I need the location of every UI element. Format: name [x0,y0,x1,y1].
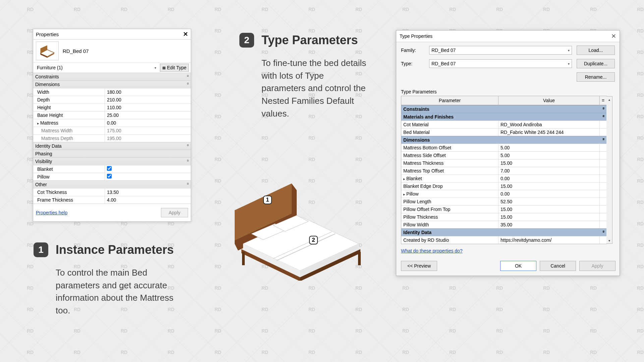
tp-value[interactable]: RD_Fabric White 245 244 244 [499,129,600,136]
tp-value[interactable]: 0.00 [499,190,600,198]
param-name-height: Height [33,104,105,111]
tp-name: Cot Material [401,121,499,128]
properties-info-link[interactable]: What do these properties do? [396,244,620,258]
type-properties-dialog: Type Properties ✕ Family: RD_Bed 07 ▾ Lo… [396,30,620,276]
family-select[interactable]: RD_Bed 07 ▾ [429,46,572,55]
tp-name[interactable]: Pillow [401,190,499,198]
type-label: Type: [401,61,424,66]
column-equals: = [600,96,606,105]
column-value: Value [499,96,600,105]
chevron-down-icon: ▾ [568,49,570,52]
tp-value[interactable]: 35.00 [499,221,600,228]
item-name: RD_Bed 07 [63,48,89,54]
group-dimensions[interactable]: Dimensions¤ [401,136,606,144]
duplicate-button[interactable]: Duplicate... [577,59,615,68]
tp-name: Pillow Offset From Top [401,206,499,213]
tp-value[interactable]: 15.00 [499,183,600,190]
type-parameters-label: Type Parameters [396,87,620,96]
apply-button[interactable]: Apply [579,261,616,271]
callout-badge-2: 2 [239,33,254,48]
bed-illustration: 1 2 [225,170,369,281]
svg-rect-13 [358,252,361,265]
tp-name[interactable]: Blanket [401,175,499,182]
blanket-checkbox[interactable] [107,166,112,171]
param-name-frame-thickness: Frame Thickness [33,196,105,204]
param-name-mattress[interactable]: Mattress [33,119,105,127]
param-value-mattress-width: 175.00 [105,127,191,134]
type-grid-scrollbar[interactable]: ▴ ▾ [606,96,612,244]
properties-help-link[interactable]: Properties help [36,210,67,215]
expand-icon: ¤ [187,82,189,87]
tp-value[interactable]: 15.00 [499,213,600,221]
expand-icon: ¤ [187,182,189,187]
properties-filter-row: Furniture (1) ▾ ▦ Edit Type [33,62,191,73]
group-dimensions[interactable]: Dimensions¤ [33,80,191,88]
callout-badge-1: 1 [34,242,48,257]
param-value-base-height[interactable]: 25.00 [105,112,191,119]
tp-value[interactable]: 0.00 [499,175,600,182]
ok-button[interactable]: OK [500,261,536,271]
apply-button[interactable]: Apply [161,208,188,217]
expand-icon: ¤ [187,143,189,149]
chevron-down-icon: ▾ [568,62,570,66]
tp-value[interactable]: 15.00 [499,206,600,213]
param-name-depth: Depth [33,96,105,103]
tp-value[interactable]: 7.00 [499,167,600,174]
preview-button[interactable]: << Preview [401,261,437,271]
cancel-button[interactable]: Cancel [540,261,576,271]
group-constraints[interactable]: Constraints¤ [401,105,606,113]
edit-type-label: Edit Type [167,65,186,70]
properties-thumbnail-row: RD_Bed 07 [33,40,191,62]
tp-value[interactable]: 5.00 [499,144,600,151]
param-name-mattress-width: Mattress Width [33,127,105,134]
item-thumbnail [36,42,59,60]
rename-button[interactable]: Rename... [577,72,615,82]
callout-type-parameters: 2 Type Parameters To fine-tune the bed d… [239,33,367,120]
group-phasing-label: Phasing [35,151,52,156]
tp-value[interactable]: RD_Wood Andiroba [499,121,600,128]
expand-icon: ¤ [602,230,604,235]
group-other[interactable]: Other¤ [33,180,191,188]
close-icon[interactable]: ✕ [183,30,188,38]
column-parameter: Parameter [401,96,499,105]
param-value-depth[interactable]: 210.00 [105,96,191,103]
close-icon[interactable]: ✕ [611,32,616,40]
chevron-down-icon: ▾ [155,66,156,70]
scroll-up-icon[interactable]: ▴ [606,96,612,102]
group-visibility[interactable]: Visibility¤ [33,157,191,165]
pillow-checkbox[interactable] [107,174,112,178]
category-select[interactable]: Furniture (1) ▾ [35,64,158,71]
bed-badge-1: 1 [263,196,272,204]
param-value-mattress[interactable]: 0.00 [105,119,191,127]
edit-type-button[interactable]: ▦ Edit Type [160,64,189,72]
type-dialog-footer: << Preview OK Cancel Apply [396,258,620,276]
scroll-down-icon[interactable]: ▾ [606,237,612,243]
group-materials[interactable]: Materials and Finishes¤ [401,113,606,121]
param-name-blanket: Blanket [33,165,105,173]
group-identity[interactable]: Identity Data¤ [33,142,191,150]
param-value-cot-thickness[interactable]: 13.50 [105,189,191,196]
group-phasing[interactable]: Phasing [33,150,191,157]
param-value-pillow[interactable] [105,173,191,180]
param-name-cot-thickness: Cot Thickness [33,189,105,196]
group-identity[interactable]: Identity Data¤ [401,228,606,236]
tp-value[interactable]: https://revitdynamo.com/ [499,236,600,244]
tp-value[interactable]: 15.00 [499,159,600,167]
param-value-width[interactable]: 180.00 [105,88,191,96]
tp-value[interactable]: 5.00 [499,152,600,159]
edit-type-icon: ▦ [162,66,166,70]
tp-name: Pillow Length [401,198,499,205]
load-button[interactable]: Load... [577,46,615,55]
param-value-blanket[interactable] [105,165,191,173]
type-properties-title: Type Properties [400,33,432,39]
param-value-frame-thickness[interactable]: 4.00 [105,196,191,204]
group-other-label: Other [35,182,47,187]
param-value-height[interactable]: 110.00 [105,104,191,111]
type-select[interactable]: RD_Bed 07 ▾ [429,59,572,68]
type-select-value: RD_Bed 07 [431,61,456,66]
svg-rect-12 [299,280,301,281]
group-constraints[interactable]: Constraints¤ [33,73,191,80]
tp-name: Created by RD Studio [401,236,499,244]
tp-value[interactable]: 52.50 [499,198,600,205]
param-value-mattress-depth: 195.00 [105,135,191,142]
